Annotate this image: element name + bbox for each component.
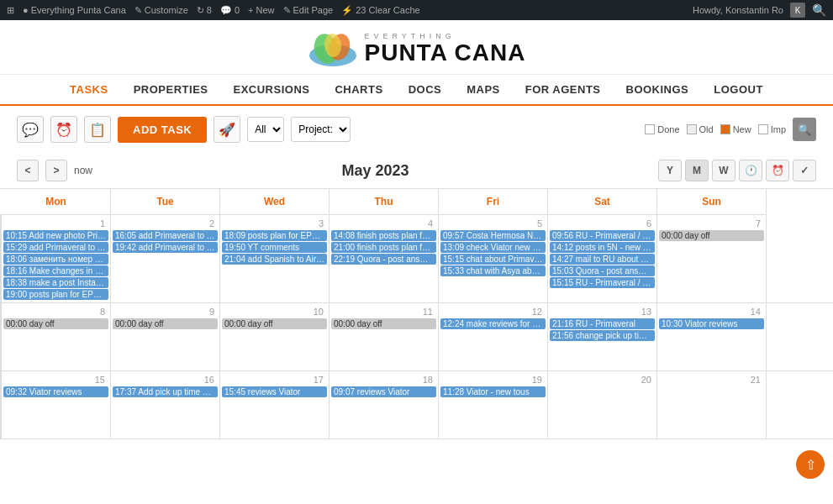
calendar-cell-1-0[interactable]: 800:00 day off [2, 303, 111, 370]
cal-event[interactable]: 21:56 change pick up time for [550, 330, 655, 341]
calendar-cell-1-2[interactable]: 1000:00 day off [220, 303, 330, 370]
add-task-button[interactable]: ADD TASK [118, 117, 207, 143]
calendar-cell-2-3[interactable]: 1809:07 reviews Viator [330, 371, 439, 438]
week-view-btn[interactable]: W [712, 160, 735, 181]
cal-event[interactable]: 09:57 Costa Hermosa New pho [440, 230, 546, 241]
cal-event[interactable]: 13:09 check Viator new tours [440, 242, 546, 253]
wp-logo[interactable]: ⊞ [7, 5, 14, 16]
next-button[interactable]: > [45, 160, 67, 181]
cal-event[interactable]: 09:56 RU - Primaveral / connec [550, 230, 655, 241]
cal-event[interactable]: 10:15 Add new photo Primaver [3, 230, 108, 241]
cal-event[interactable]: 11:28 Viator - new tous [440, 386, 546, 397]
cal-event[interactable]: 09:32 Viator reviews [3, 386, 108, 397]
calendar-cell-1-4[interactable]: 1212:24 make reviews for Viator [439, 303, 548, 370]
search-icon: 🔍 [798, 123, 811, 136]
alarm-view-btn[interactable]: ⏰ [766, 160, 789, 181]
nav-properties[interactable]: PROPERTIES [134, 83, 208, 104]
cal-event[interactable]: 16:05 add Primaveral to Airbnb [113, 230, 218, 241]
cal-event[interactable]: 18:16 Make changes in Surfing [3, 265, 108, 276]
year-view-btn[interactable]: Y [658, 160, 682, 181]
edit-page-label: Edit Page [293, 5, 334, 15]
site-name-link[interactable]: ● Everything Punta Cana [23, 5, 126, 15]
calendar-cell-0-5[interactable]: 609:56 RU - Primaveral / connec14:12 pos… [548, 215, 657, 302]
calendar-cell-2-5[interactable]: 20 [548, 371, 657, 438]
cal-event[interactable]: 14:08 finish posts plan for EPC [331, 230, 436, 241]
customize-link[interactable]: ✎ Customize [134, 5, 188, 16]
calendar-cell-2-2[interactable]: 1715:45 reviews Viator [220, 371, 330, 438]
cal-event[interactable]: 21:04 add Spanish to Airbnb Pr [222, 254, 327, 265]
calendar-cell-0-0[interactable]: 110:15 Add new photo Primaver15:29 add P… [2, 215, 111, 302]
cal-event[interactable]: 00:00 day off [3, 318, 108, 329]
calendar-cell-2-1[interactable]: 1617:37 Add pick up time helicop [111, 371, 220, 438]
cal-event[interactable]: 17:37 Add pick up time helicop [113, 386, 218, 397]
calendar-cell-1-3[interactable]: 1100:00 day off [330, 303, 439, 370]
filter-select[interactable]: All [247, 117, 284, 142]
rocket-icon-btn[interactable]: 🚀 [214, 116, 240, 143]
nav-docs[interactable]: DOCS [409, 83, 442, 104]
calendar-cell-2-4[interactable]: 1911:28 Viator - new tous [439, 371, 548, 438]
cal-event[interactable]: 19:50 YT comments [222, 242, 327, 253]
nav-maps[interactable]: MAPS [467, 83, 500, 104]
cal-event[interactable]: 15:15 RU - Primaveral / connec [550, 277, 655, 288]
cal-event[interactable]: 00:00 day off [331, 318, 436, 329]
now-label[interactable]: now [74, 165, 92, 176]
clear-cache-link[interactable]: ⚡ 23 Clear Cache [341, 5, 419, 16]
nav-charts[interactable]: CHARTS [335, 83, 382, 104]
calendar-cell-0-6[interactable]: 700:00 day off [657, 215, 767, 302]
cal-event[interactable]: 14:27 mail to RU about calenda [550, 254, 655, 265]
calendar-cell-0-2[interactable]: 318:09 posts plan for EPC / CHM19:50 YT … [220, 215, 330, 302]
clipboard-icon-btn[interactable]: 📋 [84, 116, 111, 143]
cal-event[interactable]: 15:33 chat with Asya about the [440, 265, 546, 276]
cal-date-number: 20 [550, 373, 655, 386]
cal-event[interactable]: 15:45 reviews Viator [222, 386, 327, 397]
cal-event[interactable]: 00:00 day off [113, 318, 218, 329]
cal-event[interactable]: 15:29 add Primaveral to Airbnb [3, 242, 108, 253]
calendar-cell-0-4[interactable]: 509:57 Costa Hermosa New pho13:09 check … [439, 215, 548, 302]
cal-event[interactable]: 19:00 posts plan for EPC / CHM [3, 289, 108, 300]
cal-event[interactable]: 00:00 day off [659, 230, 764, 241]
cal-event[interactable]: 09:07 reviews Viator [331, 386, 436, 397]
cal-event[interactable]: 14:12 posts in 5N - new articles [550, 242, 655, 253]
cal-event[interactable]: 10:30 Viator reviews [659, 318, 764, 329]
calendar-cell-1-6[interactable]: 1410:30 Viator reviews [657, 303, 767, 370]
search-admin-icon[interactable]: 🔍 [812, 3, 826, 17]
cal-event[interactable]: 15:15 chat about Primaveral Vi [440, 254, 546, 265]
calendar-cell-2-0[interactable]: 1509:32 Viator reviews [2, 371, 111, 438]
clock-view-btn[interactable]: 🕐 [739, 160, 762, 181]
calendar-cell-0-1[interactable]: 216:05 add Primaveral to Airbnb19:42 add… [111, 215, 220, 302]
calendar-cell-1-1[interactable]: 900:00 day off [111, 303, 220, 370]
check-view-btn[interactable]: ✓ [793, 160, 816, 181]
nav-logout[interactable]: LOGOUT [714, 83, 763, 104]
calendar-cell-1-5[interactable]: 1321:16 RU - Primaveral21:56 change pick… [548, 303, 657, 370]
user-greeting[interactable]: Howdy, Konstantin Ro [693, 5, 783, 15]
cal-event[interactable]: 18:09 posts plan for EPC / CHM [222, 230, 327, 241]
calendar-cell-0-3[interactable]: 414:08 finish posts plan for EPC21:00 fi… [330, 215, 439, 302]
comments-link[interactable]: 💬 0 [220, 5, 240, 16]
cal-event[interactable]: 15:03 Quora - post answers [550, 265, 655, 276]
cal-event[interactable]: 00:00 day off [222, 318, 327, 329]
nav-bookings[interactable]: BOOKINGS [626, 83, 689, 104]
cal-event[interactable]: 18:38 make a post Instagram E [3, 277, 108, 288]
calendar-week-2: 1509:32 Viator reviews1617:37 Add pick u… [0, 371, 833, 439]
cal-event[interactable]: 18:06 заменить номер на Viato [3, 254, 108, 265]
chat-icon-btn[interactable]: 💬 [17, 116, 44, 143]
new-item-link[interactable]: + New [248, 5, 275, 15]
cal-event[interactable]: 12:24 make reviews for Viator [440, 318, 546, 329]
cal-event[interactable]: 19:42 add Primaveral to Airbnb [113, 242, 218, 253]
cal-event[interactable]: 21:00 finish posts plan for EPC [331, 242, 436, 253]
calendar-week-1: 800:00 day off900:00 day off1000:00 day … [0, 303, 833, 371]
nav-excursions[interactable]: EXCURSIONS [233, 83, 309, 104]
search-button[interactable]: 🔍 [793, 118, 816, 141]
legend-imp: Imp [758, 124, 786, 134]
month-view-btn[interactable]: M [685, 160, 709, 181]
edit-page-link[interactable]: ✎ Edit Page [283, 5, 334, 16]
updates-link[interactable]: ↻ 8 [197, 5, 212, 16]
nav-for-agents[interactable]: FOR AGENTS [525, 83, 601, 104]
alarm-icon-btn[interactable]: ⏰ [50, 116, 77, 143]
nav-tasks[interactable]: TASKS [70, 83, 108, 104]
cal-event[interactable]: 21:16 RU - Primaveral [550, 318, 655, 329]
calendar-cell-2-6[interactable]: 21 [657, 371, 767, 438]
prev-button[interactable]: < [17, 160, 39, 181]
cal-event[interactable]: 22:19 Quora - post answers [331, 254, 436, 265]
project-select[interactable]: Project: [291, 117, 351, 142]
